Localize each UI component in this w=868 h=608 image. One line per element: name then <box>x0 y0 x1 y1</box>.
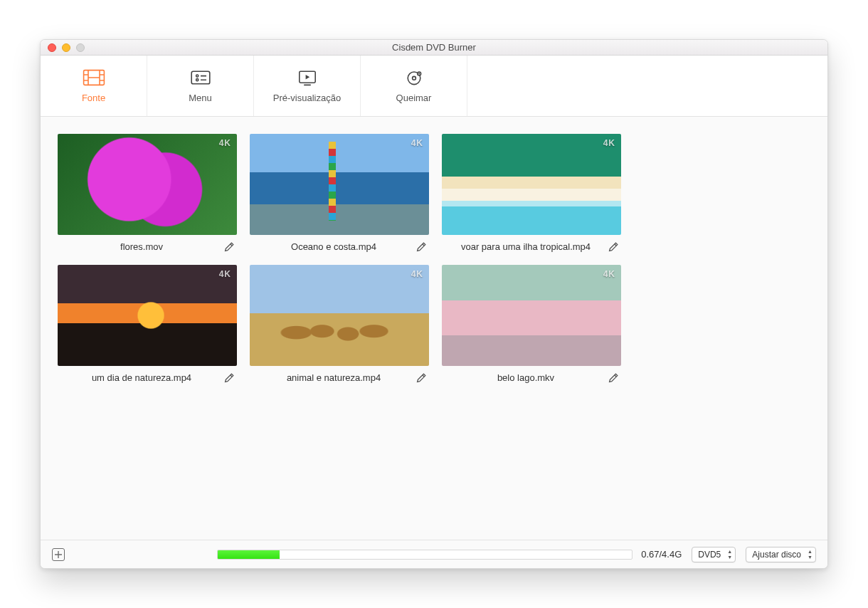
tab-fonte[interactable]: Fonte <box>41 56 147 116</box>
tab-label: Fonte <box>82 93 105 103</box>
plus-icon <box>55 551 62 558</box>
disc-usage-text: 0.67/4.4G <box>641 549 682 560</box>
maximize-button[interactable] <box>76 43 85 52</box>
tab-label: Pré-visualização <box>273 93 341 103</box>
video-thumbnail[interactable]: 4K <box>58 265 237 366</box>
edit-icon[interactable] <box>416 372 428 383</box>
video-grid: 4Kflores.mov4KOceano e costa.mp44Kvoar p… <box>58 134 810 383</box>
fit-mode-select[interactable]: Ajustar disco ▲▼ <box>746 547 816 562</box>
disc-type-select[interactable]: DVD5 ▲▼ <box>692 547 736 562</box>
menu-icon <box>189 68 212 87</box>
caption-row: um dia de natureza.mp4 <box>58 366 237 383</box>
titlebar: Cisdem DVD Burner <box>41 40 827 56</box>
svg-point-10 <box>196 79 198 81</box>
svg-rect-8 <box>191 71 210 84</box>
svg-line-25 <box>615 375 616 377</box>
video-item: 4Kanimal e natureza.mp4 <box>250 265 429 383</box>
content-area: 4Kflores.mov4KOceano e costa.mp44Kvoar p… <box>41 117 827 540</box>
add-video-button[interactable] <box>52 548 65 561</box>
tab-burn[interactable]: Queimar <box>361 56 467 116</box>
video-thumbnail[interactable]: 4K <box>250 265 429 366</box>
caption-row: flores.mov <box>58 235 237 252</box>
video-filename: animal e natureza.mp4 <box>251 372 416 383</box>
progress-wrap: 0.67/4.4G <box>217 549 682 560</box>
resolution-badge: 4K <box>219 138 231 148</box>
video-item: 4KOceano e costa.mp4 <box>250 134 429 252</box>
tab-menu[interactable]: Menu <box>147 56 254 116</box>
video-item: 4Kflores.mov <box>58 134 237 252</box>
toolbar: Fonte Menu Pré-visualização Q <box>41 56 827 117</box>
video-thumbnail[interactable]: 4K <box>442 134 621 235</box>
video-thumbnail[interactable]: 4K <box>58 134 237 235</box>
disc-usage-bar <box>217 550 633 560</box>
burn-icon <box>403 68 425 87</box>
tab-label: Menu <box>189 93 212 103</box>
close-button[interactable] <box>48 43 56 52</box>
resolution-badge: 4K <box>219 269 231 279</box>
svg-point-9 <box>196 75 198 77</box>
resolution-badge: 4K <box>411 138 423 148</box>
disc-type-value: DVD5 <box>698 550 721 560</box>
caption-row: Oceano e costa.mp4 <box>250 235 429 252</box>
caption-row: belo lago.mkv <box>442 366 621 383</box>
video-thumbnail[interactable]: 4K <box>250 134 429 235</box>
svg-point-19 <box>418 73 420 74</box>
svg-line-22 <box>615 244 616 246</box>
footer: 0.67/4.4G DVD5 ▲▼ Ajustar disco ▲▼ <box>41 540 827 568</box>
svg-line-24 <box>423 375 424 377</box>
video-item: 4Kvoar para uma ilha tropical.mp4 <box>442 134 621 252</box>
fit-mode-value: Ajustar disco <box>752 550 801 560</box>
video-item: 4Kbelo lago.mkv <box>442 265 621 383</box>
resolution-badge: 4K <box>603 269 615 279</box>
caption-row: voar para uma ilha tropical.mp4 <box>442 235 621 252</box>
svg-marker-14 <box>305 75 309 79</box>
edit-icon[interactable] <box>608 241 620 252</box>
edit-icon[interactable] <box>416 241 428 252</box>
preview-icon <box>296 68 319 87</box>
resolution-badge: 4K <box>603 138 615 148</box>
traffic-lights <box>48 43 85 52</box>
minimize-button[interactable] <box>62 43 70 52</box>
video-filename: belo lago.mkv <box>443 372 608 383</box>
tab-preview[interactable]: Pré-visualização <box>254 56 361 116</box>
window-title: Cisdem DVD Burner <box>41 42 827 53</box>
video-thumbnail[interactable]: 4K <box>442 265 621 366</box>
video-filename: flores.mov <box>59 241 224 252</box>
edit-icon[interactable] <box>224 372 235 383</box>
stepper-icon: ▲▼ <box>727 549 732 560</box>
svg-line-23 <box>231 375 232 377</box>
edit-icon[interactable] <box>224 241 235 252</box>
tab-label: Queimar <box>396 93 432 103</box>
svg-line-20 <box>231 244 232 246</box>
caption-row: animal e natureza.mp4 <box>250 366 429 383</box>
source-icon <box>83 68 105 87</box>
disc-usage-fill <box>218 550 280 559</box>
stepper-icon: ▲▼ <box>808 549 813 560</box>
resolution-badge: 4K <box>411 269 423 279</box>
svg-line-21 <box>423 244 424 246</box>
video-filename: voar para uma ilha tropical.mp4 <box>443 241 608 252</box>
video-item: 4Kum dia de natureza.mp4 <box>58 265 237 383</box>
edit-icon[interactable] <box>608 372 620 383</box>
app-window: Cisdem DVD Burner Fonte Menu <box>40 39 828 569</box>
video-filename: Oceano e costa.mp4 <box>251 241 416 252</box>
svg-point-17 <box>412 76 416 80</box>
video-filename: um dia de natureza.mp4 <box>59 372 224 383</box>
